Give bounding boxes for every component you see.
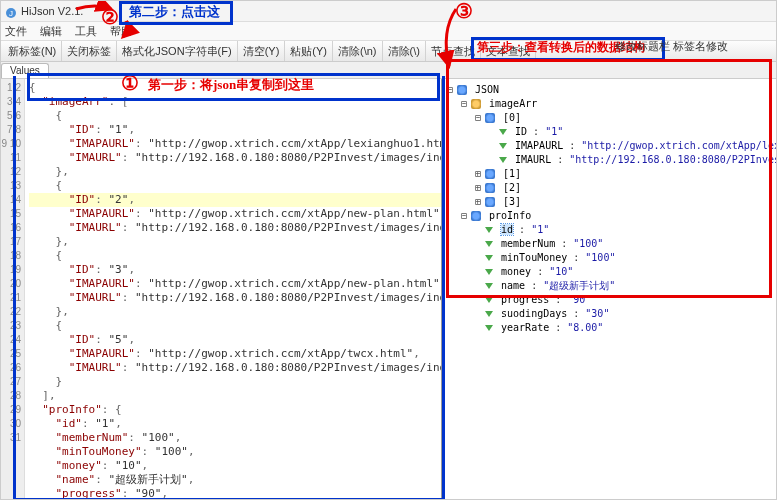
obj-icon (471, 211, 481, 221)
code-line[interactable]: { (29, 81, 441, 95)
code-line[interactable]: "IMAPAURL": "http://gwop.xtrich.ccm/xtAp… (29, 277, 441, 291)
tree-node[interactable]: IMAURL : "http://192.168.0.180:8080/P2PI… (445, 153, 774, 167)
tree-node[interactable]: memberNum : "100" (445, 237, 774, 251)
menu-help[interactable]: 帮助 (110, 25, 132, 37)
leaf-icon (485, 283, 493, 289)
code-line[interactable]: "IMAPAURL": "http://gwop.xtrich.ccm/xtAp… (29, 207, 441, 221)
tool-clear-slash[interactable]: 清除(\) (383, 41, 426, 61)
tree-node[interactable]: ⊟ JSON (445, 83, 774, 97)
leaf-icon (499, 143, 507, 149)
menu-tools[interactable]: 工具 (75, 25, 97, 37)
menu-file[interactable]: 文件 (5, 25, 27, 37)
code-line[interactable]: "IMAPAURL": "http://gwop.xtrich.ccm/xtAp… (29, 137, 441, 151)
tab-values[interactable]: Values (1, 63, 49, 78)
tree-node[interactable]: ⊞ [2] (445, 181, 774, 195)
code-line[interactable]: "progress": "90", (29, 487, 441, 500)
code-line[interactable]: { (29, 109, 441, 123)
tree-node[interactable]: yearRate : "8.00" (445, 321, 774, 335)
tree-node[interactable]: progress : "90" (445, 293, 774, 307)
code-line[interactable]: "ID": "5", (29, 333, 441, 347)
code-line[interactable]: }, (29, 235, 441, 249)
code-line[interactable]: "proInfo": { (29, 403, 441, 417)
leaf-icon (485, 325, 493, 331)
tree-node[interactable]: suodingDays : "30" (445, 307, 774, 321)
obj-icon (485, 169, 495, 179)
code-line[interactable]: { (29, 179, 441, 193)
leaf-icon (485, 227, 493, 233)
tree-pane[interactable]: ⊟ JSON⊟ imageArr⊟ [0] ID : "1" IMAPAURL … (443, 79, 776, 500)
tree-node[interactable]: ⊟ [0] (445, 111, 774, 125)
tool-node-find[interactable]: 节点查找 (426, 41, 481, 61)
leaf-icon (485, 241, 493, 247)
titlebar: J HiJson V2.1. (1, 1, 776, 22)
code-line[interactable]: { (29, 249, 441, 263)
leaf-icon (485, 311, 493, 317)
code-line[interactable]: "ID": "2", (29, 193, 441, 207)
code-line[interactable]: { (29, 319, 441, 333)
code-line[interactable]: "memberNum": "100", (29, 431, 441, 445)
code-line[interactable]: "money": "10", (29, 459, 441, 473)
tree-node[interactable]: minTouMoney : "100" (445, 251, 774, 265)
tool-format-json[interactable]: 格式化JSON字符串(F) (117, 41, 237, 61)
code-line[interactable]: "IMAURL": "http://192.168.0.180:8080/P2P… (29, 361, 441, 375)
leaf-icon (485, 255, 493, 261)
menu-edit[interactable]: 编辑 (40, 25, 62, 37)
code-line[interactable]: ], (29, 389, 441, 403)
code-line[interactable]: "ID": "3", (29, 263, 441, 277)
tool-new-tab[interactable]: 新标签(N) (3, 41, 62, 61)
code-line[interactable]: "IMAPAURL": "http://gwop.xtrich.ccm/xtAp… (29, 347, 441, 361)
tool-close-tab[interactable]: 关闭标签 (62, 41, 117, 61)
tab-strip: Values (1, 62, 776, 79)
code-pane[interactable]: 1 2 3 4 5 6 7 8 9 10 11 12 13 14 15 16 1… (1, 79, 443, 500)
tree-node[interactable]: ⊞ [1] (445, 167, 774, 181)
line-gutter: 1 2 3 4 5 6 7 8 9 10 11 12 13 14 15 16 1… (1, 79, 25, 500)
tool-text-find[interactable]: 文本查找 (481, 41, 536, 61)
tool-clear-n[interactable]: 清除(\n) (333, 41, 383, 61)
code-line[interactable]: "id": "1", (29, 417, 441, 431)
tree-node[interactable]: money : "10" (445, 265, 774, 279)
code-line[interactable]: "ID": "1", (29, 123, 441, 137)
svg-text:J: J (9, 9, 13, 18)
window-title: HiJson V2.1. (21, 1, 83, 21)
app-window: J HiJson V2.1. 文件 编辑 工具 帮助 新标签(N) 关闭标签 格… (0, 0, 777, 500)
obj-icon (485, 183, 495, 193)
code-line[interactable]: }, (29, 165, 441, 179)
code-line[interactable]: "IMAURL": "http://192.168.0.180:8080/P2P… (29, 291, 441, 305)
tree-node[interactable]: IMAPAURL : "http://gwop.xtrich.com/xtApp… (445, 139, 774, 153)
code-editor[interactable]: { "imageArr": [ { "ID": "1", "IMAPAURL":… (25, 79, 441, 500)
obj-icon (485, 113, 495, 123)
app-icon: J (5, 5, 17, 17)
menubar: 文件 编辑 工具 帮助 (1, 22, 776, 41)
tool-clear[interactable]: 清空(Y) (238, 41, 286, 61)
arr-icon (471, 99, 481, 109)
obj-icon (457, 85, 467, 95)
tree-node[interactable]: ⊟ proInfo (445, 209, 774, 223)
code-line[interactable]: }, (29, 305, 441, 319)
obj-icon (485, 197, 495, 207)
leaf-icon (499, 157, 507, 163)
tree-node[interactable]: name : "超级新手计划" (445, 279, 774, 293)
tree-node[interactable]: ID : "1" (445, 125, 774, 139)
leaf-icon (485, 269, 493, 275)
tool-paste[interactable]: 粘贴(Y) (285, 41, 333, 61)
code-line[interactable]: "minTouMoney": "100", (29, 445, 441, 459)
code-line[interactable]: "IMAURL": "http://192.168.0.180:8080/P2P… (29, 151, 441, 165)
leaf-icon (499, 129, 507, 135)
toolbar: 新标签(N) 关闭标签 格式化JSON字符串(F) 清空(Y) 粘贴(Y) 清除… (1, 41, 776, 62)
tree-node[interactable]: ⊞ [3] (445, 195, 774, 209)
tree-node[interactable]: id : "1" (445, 223, 774, 237)
code-line[interactable]: "imageArr": [ (29, 95, 441, 109)
code-line[interactable]: "IMAURL": "http://192.168.0.180:8080/P2P… (29, 221, 441, 235)
code-line[interactable]: } (29, 375, 441, 389)
tree-node[interactable]: ⊟ imageArr (445, 97, 774, 111)
leaf-icon (485, 297, 493, 303)
code-line[interactable]: "name": "超级新手计划", (29, 473, 441, 487)
